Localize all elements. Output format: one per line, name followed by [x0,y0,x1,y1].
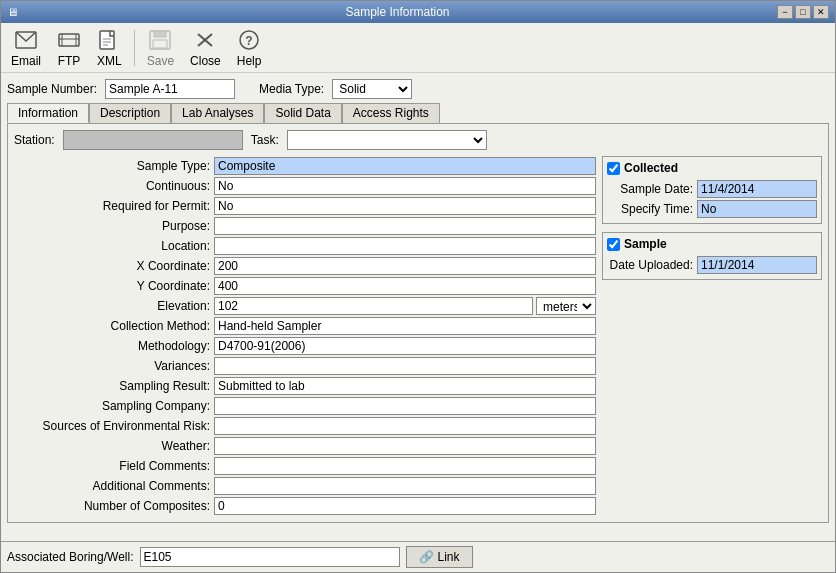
task-select[interactable] [287,130,487,150]
tab-access-rights[interactable]: Access Rights [342,103,440,123]
collected-label: Collected [624,161,678,175]
field-row-location: Location: [14,236,596,256]
field-row-weather: Weather: [14,436,596,456]
specify-time-label: Specify Time: [607,202,697,216]
close-button[interactable]: ✕ [813,5,829,19]
field-label-7: Elevation: [14,299,214,313]
svg-rect-5 [100,31,114,49]
sample-checkbox[interactable] [607,238,620,251]
main-window: 🖥 Sample Information − □ ✕ Email FTP XML [0,0,836,573]
xml-button[interactable]: XML [91,26,128,70]
field-row-variances: Variances: [14,356,596,376]
field-label-14: Weather: [14,439,214,453]
media-type-select[interactable]: Solid Liquid Gas [332,79,412,99]
field-row-x-coordinate: X Coordinate: 200 [14,256,596,276]
field-row-continuous: Continuous: No [14,176,596,196]
field-value-5[interactable]: 200 [214,257,596,275]
help-label: Help [237,54,262,68]
sample-date-row: Sample Date: 11/4/2014 [607,179,817,199]
field-label-13: Sources of Environmental Risk: [14,419,214,433]
field-value-3[interactable] [214,217,596,235]
link-label: Link [438,550,460,564]
sample-number-label: Sample Number: [7,82,97,96]
field-label-5: X Coordinate: [14,259,214,273]
tab-information[interactable]: Information [7,103,89,123]
date-uploaded-row: Date Uploaded: 11/1/2014 [607,255,817,275]
field-row-purpose: Purpose: [14,216,596,236]
sample-label: Sample [624,237,667,251]
field-value-4[interactable] [214,237,596,255]
email-button[interactable]: Email [5,26,47,70]
elevation-unit-select[interactable]: metersfeet [536,297,596,315]
field-label-6: Y Coordinate: [14,279,214,293]
field-row-sample-type: Sample Type: Composite [14,156,596,176]
field-row-y-coordinate: Y Coordinate: 400 [14,276,596,296]
field-value-0[interactable]: Composite [214,157,596,175]
field-label-15: Field Comments: [14,459,214,473]
field-row-env-risk: Sources of Environmental Risk: [14,416,596,436]
tab-content-area: Station: Task: Sample Type: Composite Co… [7,123,829,523]
minimize-button[interactable]: − [777,5,793,19]
field-value-15[interactable] [214,457,596,475]
field-value-13[interactable] [214,417,596,435]
field-row-field-comments: Field Comments: [14,456,596,476]
bottom-bar: Associated Boring/Well: 🔗 Link [1,541,835,572]
help-button[interactable]: ? Help [231,26,268,70]
field-value-2[interactable]: No [214,197,596,215]
tab-solid-data[interactable]: Solid Data [264,103,341,123]
specify-time-value[interactable]: No [697,200,817,218]
field-label-8: Collection Method: [14,319,214,333]
sample-checkbox-label: Sample [607,237,817,251]
tab-lab-analyses[interactable]: Lab Analyses [171,103,264,123]
tab-description[interactable]: Description [89,103,171,123]
main-area: Sample Type: Composite Continuous: No Re… [14,156,822,516]
boring-label: Associated Boring/Well: [7,550,134,564]
collected-checkbox-label: Collected [607,161,817,175]
svg-rect-11 [153,40,167,48]
field-value-8[interactable]: Hand-held Sampler [214,317,596,335]
save-label: Save [147,54,174,68]
station-input[interactable] [63,130,243,150]
sample-date-label: Sample Date: [607,182,697,196]
field-value-12[interactable] [214,397,596,415]
field-label-2: Required for Permit: [14,199,214,213]
field-value-6[interactable]: 400 [214,277,596,295]
field-row-methodology: Methodology: D4700-91(2006) [14,336,596,356]
field-label-9: Methodology: [14,339,214,353]
station-label: Station: [14,133,55,147]
right-panel: Collected Sample Date: 11/4/2014 Specify… [602,156,822,516]
sample-date-value[interactable]: 11/4/2014 [697,180,817,198]
field-label-1: Continuous: [14,179,214,193]
close-toolbar-button[interactable]: Close [184,26,227,70]
maximize-button[interactable]: □ [795,5,811,19]
collected-checkbox[interactable] [607,162,620,175]
email-icon [14,28,38,52]
boring-input[interactable] [140,547,400,567]
field-value-10[interactable] [214,357,596,375]
field-value-11[interactable]: Submitted to lab [214,377,596,395]
field-value-17[interactable]: 0 [214,497,596,515]
field-value-7[interactable]: 102 [214,297,533,315]
task-label: Task: [251,133,279,147]
field-label-17: Number of Composites: [14,499,214,513]
field-value-16[interactable] [214,477,596,495]
field-row-additional-comments: Additional Comments: [14,476,596,496]
save-icon [148,28,172,52]
ftp-button[interactable]: FTP [51,26,87,70]
field-value-1[interactable]: No [214,177,596,195]
header-form-row: Sample Number: Media Type: Solid Liquid … [7,79,829,99]
date-uploaded-label: Date Uploaded: [607,258,697,272]
field-value-9[interactable]: D4700-91(2006) [214,337,596,355]
field-row-collection-method: Collection Method: Hand-held Sampler [14,316,596,336]
field-row-sampling-result: Sampling Result: Submitted to lab [14,376,596,396]
field-value-14[interactable] [214,437,596,455]
ftp-icon [57,28,81,52]
xml-icon [97,28,121,52]
link-button[interactable]: 🔗 Link [406,546,473,568]
field-label-0: Sample Type: [14,159,214,173]
sample-number-input[interactable] [105,79,235,99]
save-button[interactable]: Save [141,26,180,70]
field-label-10: Variances: [14,359,214,373]
date-uploaded-value[interactable]: 11/1/2014 [697,256,817,274]
ftp-label: FTP [58,54,81,68]
